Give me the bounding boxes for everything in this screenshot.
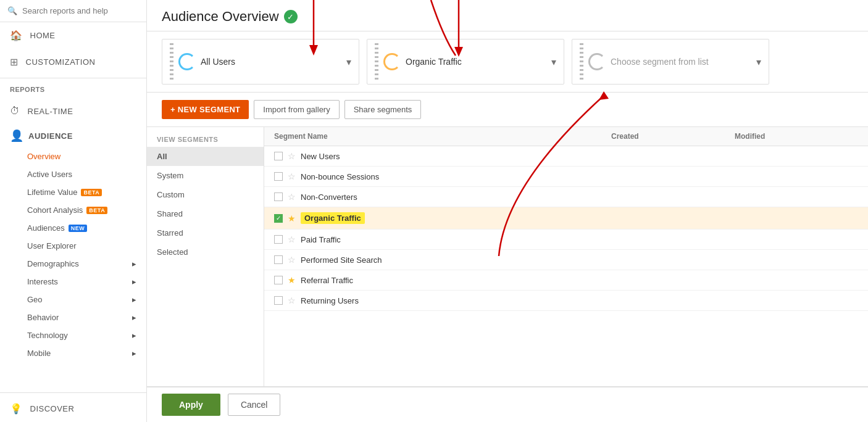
checkbox-non-converters[interactable]	[274, 192, 283, 201]
main-content: Audience Overview ✓ All Users ▾ Organic …	[147, 0, 868, 422]
apply-button[interactable]: Apply	[162, 394, 220, 416]
star-organic[interactable]: ★	[288, 213, 296, 223]
filter-custom[interactable]: Custom	[147, 185, 264, 204]
star-new-users[interactable]: ☆	[288, 151, 296, 161]
nav-audience[interactable]: 👤 AUDIENCE	[0, 124, 146, 147]
nav-audience-label: AUDIENCE	[28, 131, 73, 141]
new-segment-button[interactable]: + NEW SEGMENT	[162, 100, 249, 119]
segment-separator-3	[580, 43, 583, 80]
segments-toolbar: + NEW SEGMENT Import from gallery Share …	[147, 93, 868, 127]
row-left-non-converters: ☆ Non-Converters	[274, 192, 611, 202]
checkbox-paid[interactable]	[274, 235, 283, 244]
all-users-chevron: ▾	[346, 56, 351, 68]
sidebar-item-active-users[interactable]: Active Users	[0, 165, 146, 183]
table-row: ☆ Paid Traffic	[264, 230, 868, 250]
interests-label: Interests	[27, 277, 58, 286]
nav-realtime-label: REAL-TIME	[28, 107, 73, 116]
organic-traffic-chevron: ▾	[551, 56, 556, 68]
audience-icon: 👤	[10, 129, 23, 143]
dropdown-panel: + NEW SEGMENT Import from gallery Share …	[147, 93, 868, 422]
all-users-label: All Users	[201, 57, 341, 67]
nav-customization[interactable]: ⊞ CUSTOMIZATION	[0, 49, 146, 75]
checkbox-referral[interactable]	[274, 276, 283, 284]
lifetime-value-label: Lifetime Value	[27, 188, 77, 197]
segments-sidebar: VIEW SEGMENTS All System Custom Shared S…	[147, 127, 264, 386]
sidebar-item-geo[interactable]: Geo ▸	[0, 291, 146, 308]
row-left-pss: ☆ Performed Site Search	[274, 255, 611, 265]
filter-selected[interactable]: Selected	[147, 242, 264, 262]
sidebar-item-audiences[interactable]: Audiences NEW	[0, 219, 146, 237]
view-segments-label: VIEW SEGMENTS	[147, 132, 264, 147]
seg-name-pss: Performed Site Search	[301, 255, 382, 265]
customization-icon: ⊞	[10, 56, 19, 68]
table-row-organic: ✓ ★ Organic Traffic	[264, 207, 868, 230]
bottom-bar: Apply Cancel	[147, 386, 868, 422]
star-referral[interactable]: ★	[288, 275, 296, 285]
checkbox-non-bounce[interactable]	[274, 172, 283, 181]
table-row: ☆ Returning Users	[264, 291, 868, 311]
star-non-bounce[interactable]: ☆	[288, 172, 296, 181]
organic-traffic-icon	[383, 53, 401, 70]
checkbox-new-users[interactable]	[274, 152, 283, 160]
checkbox-returning[interactable]	[274, 296, 283, 305]
table-row: ☆ Non-Converters	[264, 187, 868, 207]
filter-shared[interactable]: Shared	[147, 204, 264, 223]
realtime-icon: ⏱	[10, 106, 20, 117]
star-pss[interactable]: ☆	[288, 255, 296, 265]
technology-label: Technology	[27, 331, 68, 340]
all-users-icon	[178, 53, 196, 70]
segment-choose[interactable]: Choose segment from list ▾	[572, 39, 769, 85]
sidebar-item-technology[interactable]: Technology ▸	[0, 326, 146, 344]
sidebar-item-mobile[interactable]: Mobile ▸	[0, 344, 146, 362]
discover-icon: 💡	[10, 403, 23, 415]
sidebar-item-user-explorer[interactable]: User Explorer	[0, 237, 146, 255]
star-paid[interactable]: ☆	[288, 234, 296, 244]
nav-home-label: HOME	[30, 31, 56, 40]
lifetime-value-badge: BETA	[81, 189, 102, 196]
seg-name-returning: Returning Users	[301, 296, 359, 305]
nav-discover[interactable]: 💡 DISCOVER	[0, 395, 146, 422]
choose-segment-chevron: ▾	[756, 56, 761, 68]
segment-all-users[interactable]: All Users ▾	[162, 39, 359, 85]
seg-name-non-bounce: Non-bounce Sessions	[301, 172, 379, 181]
table-row: ☆ Performed Site Search	[264, 250, 868, 270]
mobile-label: Mobile	[27, 349, 51, 358]
row-left-paid: ☆ Paid Traffic	[274, 234, 611, 244]
sidebar-item-demographics[interactable]: Demographics ▸	[0, 255, 146, 273]
sidebar-item-interests[interactable]: Interests ▸	[0, 273, 146, 291]
sidebar: 🔍 Search reports and help 🏠 HOME ⊞ CUSTO…	[0, 0, 147, 422]
col-modified: Modified	[735, 132, 858, 141]
sidebar-item-overview[interactable]: Overview	[0, 147, 146, 165]
segment-organic-traffic[interactable]: Organic Traffic ▾	[367, 39, 564, 85]
table-header: Segment Name Created Modified	[264, 127, 868, 146]
sidebar-item-lifetime-value[interactable]: Lifetime Value BETA	[0, 183, 146, 201]
behavior-label: Behavior	[27, 313, 59, 322]
filter-system[interactable]: System	[147, 166, 264, 185]
seg-name-non-converters: Non-Converters	[301, 192, 357, 202]
choose-segment-label: Choose segment from list	[611, 57, 751, 67]
page-title: Audience Overview ✓	[162, 9, 853, 25]
star-non-converters[interactable]: ☆	[288, 192, 296, 202]
checkbox-organic[interactable]: ✓	[274, 214, 283, 223]
nav-discover-label: DISCOVER	[30, 404, 75, 413]
sidebar-item-behavior[interactable]: Behavior ▸	[0, 308, 146, 326]
organic-traffic-label: Organic Traffic	[406, 57, 546, 67]
reports-label: Reports	[0, 81, 146, 98]
filter-starred[interactable]: Starred	[147, 223, 264, 242]
nav-realtime[interactable]: ⏱ REAL-TIME	[0, 98, 146, 124]
checkbox-pss[interactable]	[274, 255, 283, 264]
star-returning[interactable]: ☆	[288, 296, 296, 305]
import-gallery-button[interactable]: Import from gallery	[254, 100, 339, 119]
segments-table: Segment Name Created Modified ☆ New User…	[264, 127, 868, 386]
table-row: ☆ New Users	[264, 146, 868, 167]
nav-home[interactable]: 🏠 HOME	[0, 22, 146, 49]
share-segments-button[interactable]: Share segments	[344, 100, 422, 119]
cohort-analysis-label: Cohort Analysis	[27, 205, 83, 215]
demographics-chevron: ▸	[132, 259, 136, 268]
choose-segment-icon	[588, 53, 606, 70]
filter-all[interactable]: All	[147, 147, 264, 166]
row-left-new-users: ☆ New Users	[274, 151, 611, 161]
search-bar[interactable]: 🔍 Search reports and help	[0, 0, 146, 22]
sidebar-item-cohort-analysis[interactable]: Cohort Analysis BETA	[0, 201, 146, 219]
cancel-button[interactable]: Cancel	[228, 394, 281, 416]
